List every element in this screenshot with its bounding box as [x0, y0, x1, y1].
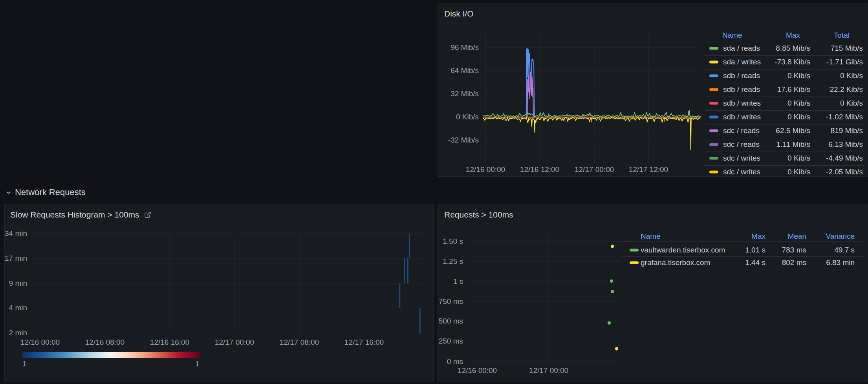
- legend-series-color: [709, 116, 718, 119]
- legend-series-color: [709, 75, 718, 77]
- legend-series-color: [709, 102, 718, 105]
- series-big-read-spike-blue: [483, 48, 701, 117]
- y-tick-label: 500 ms: [438, 317, 463, 325]
- y-tick-label: 4 min: [4, 304, 27, 312]
- y-tick-label: 1.25 s: [438, 257, 463, 266]
- legend-series-total: -1.71 Gib/s: [784, 58, 863, 66]
- y-tick-label: 32 Mib/s: [443, 90, 479, 98]
- y-tick-label: 1.50 s: [438, 237, 463, 246]
- heatmap-color-scale: [22, 352, 200, 358]
- x-tick-label: 12/17 12:00: [621, 165, 676, 174]
- legend-series-variance: 49.7 s: [776, 246, 855, 254]
- scatter-point: [611, 245, 614, 248]
- requests-scatter-chart: [438, 204, 868, 382]
- x-tick-label: 12/16 16:00: [142, 338, 197, 347]
- x-tick-label: 12/17 16:00: [337, 338, 392, 347]
- legend-series-color: [709, 47, 718, 50]
- x-tick-label: 12/16 00:00: [13, 338, 68, 347]
- heatmap-cell: [399, 283, 400, 308]
- panel-requests-over-100ms: Requests > 100ms 1.50 s1.25 s1 s750 ms50…: [438, 204, 868, 382]
- legend-separator: [623, 269, 864, 269]
- legend-series-color: [709, 157, 718, 160]
- series-sdc-read-spike-violet: [483, 72, 700, 117]
- y-tick-label: -32 Mib/s: [443, 136, 479, 144]
- y-tick-label: 64 Mib/s: [443, 66, 479, 75]
- legend-header-name[interactable]: Name: [641, 232, 661, 241]
- legend-series-color: [630, 249, 639, 252]
- y-tick-label: 96 Mib/s: [443, 43, 479, 52]
- x-tick-label: 12/16 00:00: [450, 366, 505, 375]
- legend-series-total: 819 Mib/s: [784, 126, 863, 135]
- legend-series-variance: 6.83 min: [776, 258, 855, 267]
- legend-header-variance[interactable]: Variance: [776, 232, 855, 241]
- legend-series-color: [709, 130, 718, 132]
- legend-series-total: 0 Kib/s: [784, 71, 863, 80]
- section-title: Network Requests: [15, 187, 86, 197]
- legend-header-total[interactable]: Total: [771, 31, 850, 40]
- scatter-point: [611, 290, 614, 293]
- legend-series-total: -1.02 Mib/s: [784, 113, 863, 121]
- heatmap-cell: [407, 258, 408, 283]
- heatmap-cell: [419, 308, 421, 333]
- series-sda-reads-green: [483, 111, 700, 117]
- legend-separator: [705, 83, 864, 83]
- legend-separator: [705, 138, 864, 138]
- x-tick-label: 12/17 00:00: [567, 165, 622, 174]
- legend-series-total: 22.2 Kib/s: [784, 85, 863, 94]
- y-tick-label: 0 Kib/s: [443, 113, 479, 121]
- y-tick-label: 17 min: [4, 254, 27, 263]
- legend-separator: [705, 97, 864, 97]
- legend-separator: [623, 256, 864, 257]
- scatter-point: [615, 347, 618, 350]
- legend-series-total: 6.13 Mib/s: [784, 140, 863, 149]
- scatter-point: [608, 321, 611, 324]
- legend-separator: [705, 165, 864, 166]
- y-tick-label: 0 ms: [438, 357, 463, 366]
- legend-separator: [623, 241, 864, 242]
- legend-series-color: [709, 143, 718, 146]
- y-tick-label: 9 min: [4, 279, 27, 288]
- y-tick-label: 250 ms: [438, 337, 463, 346]
- heatmap-color-scale-labels: 1 1: [22, 360, 200, 368]
- y-tick-label: 34 min: [4, 229, 27, 238]
- legend-series-total: 0 Kib/s: [784, 99, 863, 108]
- chevron-down-icon: [5, 190, 11, 196]
- x-tick-label: 12/17 08:00: [272, 338, 327, 347]
- panel-disk-io: Disk I/O 96 Mib/s64 Mib/s32 Mib/s0 Kib/s…: [438, 3, 868, 177]
- legend-separator: [705, 124, 864, 124]
- y-tick-label: 750 ms: [438, 297, 463, 306]
- legend-series-total: -2.05 Mib/s: [784, 168, 863, 176]
- legend-series-color: [709, 88, 718, 91]
- x-tick-label: 12/16 00:00: [458, 165, 513, 174]
- y-tick-label: 2 min: [4, 329, 27, 337]
- grafana-dashboard: { "theme": { "page_bg": "#111217", "pane…: [0, 0, 868, 384]
- color-scale-min: 1: [22, 360, 27, 368]
- legend-separator: [705, 41, 864, 41]
- legend-series-total: 715 Mib/s: [784, 44, 863, 53]
- legend-series-total: -4.49 Mib/s: [784, 154, 863, 163]
- x-tick-label: 12/16 08:00: [77, 338, 132, 347]
- heatmap-cell: [409, 234, 410, 258]
- legend-separator: [705, 110, 864, 111]
- legend-separator: [705, 152, 864, 152]
- legend-separator: [705, 55, 864, 56]
- scatter-point: [610, 280, 613, 283]
- legend-series-color: [709, 171, 718, 174]
- legend-series-color: [630, 261, 639, 264]
- heatmap-cell: [404, 258, 405, 283]
- legend-separator: [705, 69, 864, 69]
- y-tick-label: 1 s: [438, 277, 463, 286]
- x-tick-label: 12/17 00:00: [207, 338, 262, 347]
- legend-series-color: [709, 61, 718, 64]
- row-header-network-requests[interactable]: Network Requests: [5, 187, 86, 198]
- color-scale-max: 1: [195, 360, 200, 368]
- x-tick-label: 12/17 00:00: [521, 366, 576, 375]
- panel-slow-requests-histogram: Slow Requests Histogram > 100ms 34 min17…: [4, 204, 434, 382]
- x-tick-label: 12/16 12:00: [512, 165, 567, 174]
